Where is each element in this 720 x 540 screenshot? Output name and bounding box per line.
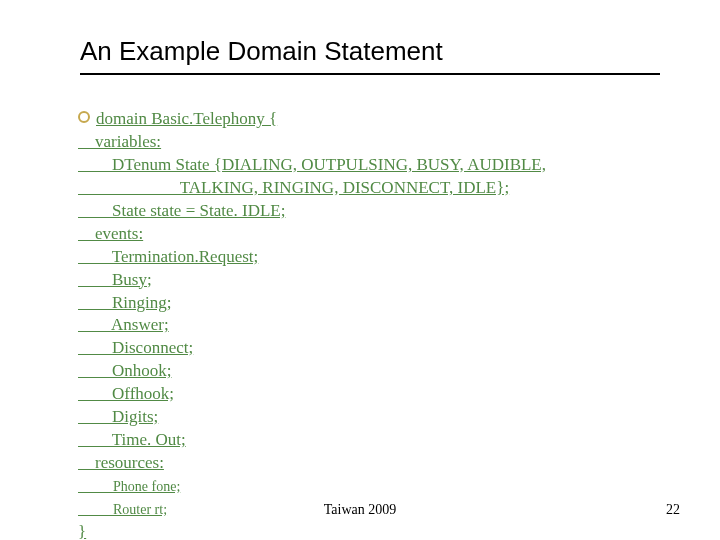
code-line: Busy; bbox=[78, 270, 152, 289]
slide-number: 22 bbox=[666, 502, 680, 518]
code-line: Onhook; bbox=[78, 361, 172, 380]
footer-center: Taiwan 2009 bbox=[0, 502, 720, 518]
bullet-icon bbox=[78, 111, 90, 123]
code-block: domain Basic.Telephony { variables: DTen… bbox=[78, 108, 660, 540]
code-line: Answer; bbox=[78, 315, 169, 334]
close-brace: } bbox=[78, 522, 86, 540]
code-line: State state = State. IDLE; bbox=[78, 201, 285, 220]
code-line: resources: bbox=[78, 453, 164, 472]
code-line: Digits; bbox=[78, 407, 158, 426]
code-line: Time. Out; bbox=[78, 430, 186, 449]
code-line: DTenum State {DIALING, OUTPULSING, BUSY,… bbox=[78, 155, 546, 174]
code-line: Offhook; bbox=[78, 384, 174, 403]
code-line: TALKING, RINGING, DISCONNECT, IDLE}; bbox=[78, 178, 509, 197]
code-line: Disconnect; bbox=[78, 338, 193, 357]
code-line: Phone fone; bbox=[78, 479, 180, 494]
code-line: domain Basic.Telephony { bbox=[96, 109, 277, 128]
code-line: Termination.Request; bbox=[78, 247, 258, 266]
code-line: Ringing; bbox=[78, 293, 172, 312]
slide-title: An Example Domain Statement bbox=[80, 36, 660, 67]
code-line: variables: bbox=[78, 132, 161, 151]
title-underline bbox=[80, 73, 660, 75]
code-line: events: bbox=[78, 224, 143, 243]
